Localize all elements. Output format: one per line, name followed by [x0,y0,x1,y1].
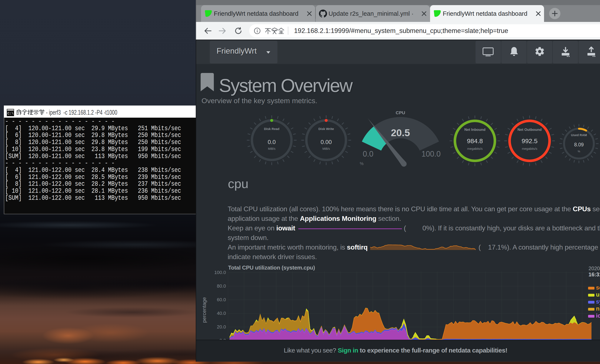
svg-text:C:\: C:\ [8,112,14,115]
svg-text:megabits/s: megabits/s [522,147,537,150]
svg-text:20.5: 20.5 [391,127,410,138]
svg-text:CPU: CPU [396,111,405,115]
svg-text:Disk Read: Disk Read [264,127,280,131]
svg-text:Net Inbound: Net Inbound [464,128,485,132]
svg-text:992.5: 992.5 [522,137,537,144]
svg-text:%: % [578,150,580,153]
svg-text:984.8: 984.8 [467,137,483,144]
svg-text:0.00: 0.00 [321,139,332,145]
svg-text:0.0: 0.0 [363,149,373,158]
svg-text:Disk Write: Disk Write [318,127,334,131]
svg-text:100.0: 100.0 [422,149,441,158]
svg-text:8.09: 8.09 [574,142,584,148]
svg-text:Used RAM: Used RAM [571,133,587,137]
svg-text:%: % [360,161,364,166]
svg-text:MiB/s: MiB/s [323,147,330,150]
svg-text:Net Outbound: Net Outbound [517,128,542,132]
svg-text:megabits/s: megabits/s [467,147,483,150]
svg-text:0.0: 0.0 [268,139,276,145]
svg-text:MiB/s: MiB/s [268,147,276,150]
